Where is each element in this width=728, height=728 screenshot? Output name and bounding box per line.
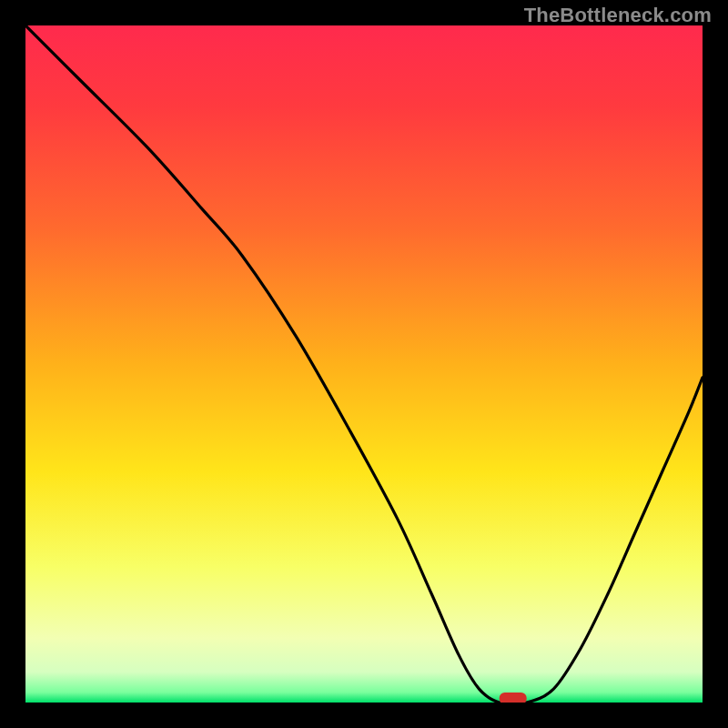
chart-frame: TheBottleneck.com bbox=[0, 0, 728, 728]
watermark-label: TheBottleneck.com bbox=[524, 4, 712, 27]
chart-svg bbox=[25, 25, 703, 703]
plot-area bbox=[25, 25, 703, 703]
optimum-marker bbox=[500, 693, 527, 703]
